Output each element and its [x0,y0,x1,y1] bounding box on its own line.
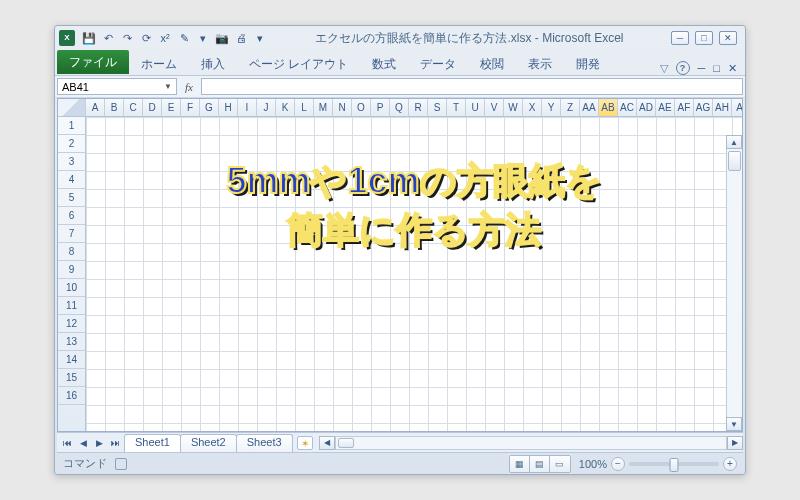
col-header-T[interactable]: T [447,99,466,116]
zoom-level[interactable]: 100% [579,458,607,470]
col-header-AI[interactable]: AI [732,99,742,116]
scroll-up-button[interactable]: ▲ [726,135,742,149]
col-header-I[interactable]: I [238,99,257,116]
tab-開発[interactable]: 開発 [566,53,610,75]
col-header-E[interactable]: E [162,99,181,116]
scroll-left-button[interactable]: ◀ [319,436,335,450]
row-header-9[interactable]: 9 [58,261,85,279]
fx-icon[interactable]: fx [185,81,193,93]
row-header-12[interactable]: 12 [58,315,85,333]
workbook-close-button[interactable]: ✕ [728,62,737,75]
row-header-1[interactable]: 1 [58,117,85,135]
vertical-scrollbar[interactable]: ▲ ▼ [726,135,742,431]
chevron-down-icon[interactable]: ▼ [164,82,172,91]
row-header-14[interactable]: 14 [58,351,85,369]
tab-ページ レイアウト[interactable]: ページ レイアウト [239,53,358,75]
col-header-X[interactable]: X [523,99,542,116]
row-header-10[interactable]: 10 [58,279,85,297]
col-header-D[interactable]: D [143,99,162,116]
name-box[interactable]: AB41 ▼ [57,78,177,95]
row-header-11[interactable]: 11 [58,297,85,315]
tab-挿入[interactable]: 挿入 [191,53,235,75]
col-header-G[interactable]: G [200,99,219,116]
col-header-B[interactable]: B [105,99,124,116]
workbook-minimize-button[interactable]: ─ [698,62,706,74]
row-header-13[interactable]: 13 [58,333,85,351]
col-header-AA[interactable]: AA [580,99,599,116]
redo-icon[interactable]: ↷ [119,30,135,46]
view-normal-button[interactable]: ▦ [510,456,530,472]
print-icon[interactable]: 🖨 [233,30,249,46]
col-header-AD[interactable]: AD [637,99,656,116]
col-header-A[interactable]: A [86,99,105,116]
file-tab[interactable]: ファイル [57,50,129,74]
tab-校閲[interactable]: 校閲 [470,53,514,75]
col-header-U[interactable]: U [466,99,485,116]
col-header-M[interactable]: M [314,99,333,116]
zoom-out-button[interactable]: − [611,457,625,471]
col-header-C[interactable]: C [124,99,143,116]
col-header-AB[interactable]: AB [599,99,618,116]
col-header-Z[interactable]: Z [561,99,580,116]
hscroll-track[interactable] [335,436,727,450]
formula-input[interactable] [201,78,743,95]
workbook-restore-button[interactable]: □ [713,62,720,74]
maximize-button[interactable]: □ [695,31,713,45]
sheet-nav-first[interactable]: ⏮ [59,438,75,448]
new-sheet-button[interactable]: ✶ [297,436,313,450]
col-header-O[interactable]: O [352,99,371,116]
col-header-AE[interactable]: AE [656,99,675,116]
tab-数式[interactable]: 数式 [362,53,406,75]
paintbrush-icon[interactable]: ✎ [176,30,192,46]
ribbon-minimize-icon[interactable]: ▽ [660,62,668,75]
cell-area[interactable]: 5mmや1cmの方眼紙を 簡単に作る方法 [86,117,742,431]
col-header-V[interactable]: V [485,99,504,116]
help-icon[interactable]: ? [676,61,690,75]
macro-record-icon[interactable] [115,458,127,470]
sheet-nav-prev[interactable]: ◀ [75,438,91,448]
sheet-tab-Sheet2[interactable]: Sheet2 [180,434,237,452]
col-header-N[interactable]: N [333,99,352,116]
scroll-down-button[interactable]: ▼ [726,417,742,431]
row-header-4[interactable]: 4 [58,171,85,189]
vscroll-track[interactable] [726,149,742,417]
col-header-L[interactable]: L [295,99,314,116]
close-button[interactable]: ✕ [719,31,737,45]
row-header-7[interactable]: 7 [58,225,85,243]
minimize-button[interactable]: ─ [671,31,689,45]
row-header-6[interactable]: 6 [58,207,85,225]
col-header-W[interactable]: W [504,99,523,116]
col-header-F[interactable]: F [181,99,200,116]
sheet-tab-Sheet3[interactable]: Sheet3 [236,434,293,452]
superscript-icon[interactable]: x² [157,30,173,46]
col-header-P[interactable]: P [371,99,390,116]
row-header-3[interactable]: 3 [58,153,85,171]
zoom-in-button[interactable]: + [723,457,737,471]
view-pagebreak-button[interactable]: ▭ [550,456,570,472]
camera-icon[interactable]: 📷 [214,30,230,46]
row-header-16[interactable]: 16 [58,387,85,405]
col-header-Y[interactable]: Y [542,99,561,116]
sheet-nav-next[interactable]: ▶ [91,438,107,448]
dropdown-icon[interactable]: ▾ [195,30,211,46]
view-pagelayout-button[interactable]: ▤ [530,456,550,472]
tab-ホーム[interactable]: ホーム [131,53,187,75]
save-icon[interactable]: 💾 [81,30,97,46]
col-header-K[interactable]: K [276,99,295,116]
sheet-nav-last[interactable]: ⏭ [107,438,123,448]
zoom-slider[interactable] [629,462,719,466]
col-header-J[interactable]: J [257,99,276,116]
col-header-AC[interactable]: AC [618,99,637,116]
col-header-AG[interactable]: AG [694,99,713,116]
tab-表示[interactable]: 表示 [518,53,562,75]
tab-データ[interactable]: データ [410,53,466,75]
col-header-Q[interactable]: Q [390,99,409,116]
repeat-icon[interactable]: ⟳ [138,30,154,46]
col-header-S[interactable]: S [428,99,447,116]
row-header-5[interactable]: 5 [58,189,85,207]
col-header-H[interactable]: H [219,99,238,116]
qat-customize-icon[interactable]: ▾ [252,30,268,46]
horizontal-scrollbar[interactable]: ◀ ▶ [319,433,743,452]
row-header-8[interactable]: 8 [58,243,85,261]
select-all-button[interactable] [58,99,86,116]
